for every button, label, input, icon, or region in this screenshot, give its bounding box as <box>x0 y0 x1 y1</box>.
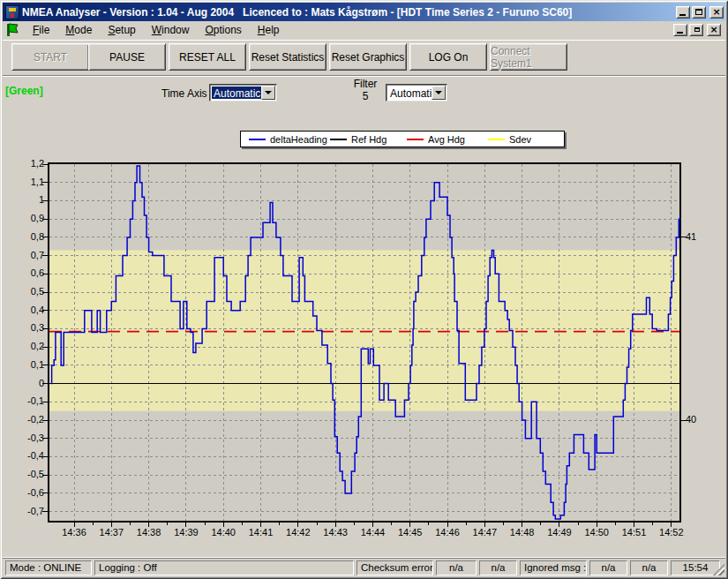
chart-legend: deltaHeadingRef HdgAvg HdgSdev <box>240 131 565 147</box>
menu-item-options[interactable]: Options <box>197 22 249 39</box>
y-tick-label: 1 <box>9 194 44 205</box>
mdi-close-button[interactable]: × <box>707 24 721 36</box>
application-window: { "window": { "title": "NMEA Analyser - … <box>0 0 728 579</box>
legend-label: Ref Hdg <box>351 134 387 145</box>
menu-item-help[interactable]: Help <box>250 22 288 39</box>
time-axis-select[interactable]: Automatic <box>209 84 277 102</box>
green-status-label: [Green] <box>5 85 43 97</box>
y-tick-label: 1,2 <box>9 158 44 169</box>
y-tick-label: 0,4 <box>9 305 44 315</box>
y-tick-label: 0,5 <box>9 286 44 297</box>
mdi-minimize-button[interactable] <box>673 24 687 36</box>
y-tick-label: 1,1 <box>9 177 44 187</box>
x-tick-label: 14:37 <box>90 527 132 538</box>
legend-line-swatch <box>407 139 424 140</box>
x-tick-label: 14:46 <box>426 527 469 538</box>
status-panel-5: Ignored msg : <box>520 560 587 575</box>
maximize-icon <box>695 9 702 15</box>
status-panel-8: 15:54 <box>671 560 720 575</box>
y-tick-label: -0,4 <box>9 450 44 461</box>
menu-item-setup[interactable]: Setup <box>100 22 143 39</box>
chevron-down-icon[interactable] <box>261 86 275 100</box>
menu-bar: FileModeSetupWindowOptionsHelp × <box>3 21 725 39</box>
x-tick-label: 14:39 <box>165 527 207 538</box>
legend-entry-deltaheading: deltaHeading <box>249 132 327 147</box>
minimize-icon <box>677 32 683 34</box>
time-axis-value: Automatic <box>212 86 261 99</box>
status-panel-0: Mode : ONLINE <box>5 560 92 575</box>
y-tick-label: 0,8 <box>9 231 44 242</box>
menu-items: FileModeSetupWindowOptionsHelp <box>25 22 288 39</box>
legend-entry-sdev: Sdev <box>488 132 531 147</box>
close-button[interactable]: × <box>709 6 724 19</box>
menu-item-file[interactable]: File <box>25 22 57 39</box>
reset-statistics-button[interactable]: Reset Statistics <box>249 43 326 71</box>
mdi-window-controls: × <box>672 24 723 36</box>
legend-entry-ref-hdg: Ref Hdg <box>330 132 387 147</box>
x-tick-label: 14:36 <box>53 527 95 538</box>
menu-item-mode[interactable]: Mode <box>57 22 100 39</box>
x-tick-label: 14:43 <box>314 527 356 538</box>
legend-line-swatch <box>488 139 505 140</box>
window-title: NMEA Analyser - Version : 1.04 - Aug 200… <box>22 6 674 19</box>
legend-label: Sdev <box>509 134 531 145</box>
legend-line-swatch <box>330 139 347 140</box>
right-tick-label: 40 <box>686 414 712 425</box>
minimize-button[interactable] <box>676 6 690 19</box>
down-triangle-icon <box>435 91 442 98</box>
start-button[interactable]: START <box>11 43 89 71</box>
legend-line-swatch <box>249 139 266 140</box>
mdi-restore-button[interactable] <box>689 24 703 36</box>
menu-item-window[interactable]: Window <box>144 22 198 39</box>
connect-system1-button[interactable]: Connect System1 <box>490 43 567 71</box>
x-tick-label: 14:50 <box>575 527 618 538</box>
status-panel-2: Checksum errors : <box>356 560 433 575</box>
down-triangle-icon <box>265 91 272 98</box>
reset-graphics-button[interactable]: Reset Graphics <box>329 43 407 71</box>
legend-label: Avg Hdg <box>428 134 465 145</box>
y-tick-label: -0,1 <box>9 395 44 406</box>
x-tick-label: 14:41 <box>240 527 282 538</box>
toolbar: STARTPAUSERESET ALLReset StatisticsReset… <box>3 40 725 76</box>
x-tick-label: 14:51 <box>613 527 656 538</box>
close-icon: × <box>709 26 717 34</box>
y-tick-label: -0,5 <box>9 469 44 479</box>
y-tick-label: -0,3 <box>9 432 44 443</box>
plot-area <box>48 162 681 523</box>
y-tick-label: 0,1 <box>9 359 44 370</box>
time-axis-label: Time Axis <box>161 87 207 100</box>
status-panel-3: n/a <box>436 560 477 575</box>
y-tick-label: -0,6 <box>9 487 44 498</box>
x-tick-label: 14:44 <box>351 527 394 538</box>
y-tick-label: 0,3 <box>9 322 44 333</box>
app-icon <box>5 5 19 19</box>
x-tick-label: 14:42 <box>277 527 319 538</box>
restore-icon <box>694 27 700 32</box>
status-panel-7: n/a <box>630 560 668 575</box>
log-on-button[interactable]: LOG On <box>409 43 487 71</box>
title-bar[interactable]: NMEA Analyser - Version : 1.04 - Aug 200… <box>3 3 725 21</box>
x-tick-label: 14:48 <box>501 527 544 538</box>
filter-combo-value: Automatic <box>388 86 432 99</box>
y-tick-label: 0,9 <box>9 213 44 223</box>
filter-select[interactable]: Automatic <box>386 84 447 102</box>
y-tick-label: 0,6 <box>9 267 44 278</box>
legend-label: deltaHeading <box>270 134 327 145</box>
pause-button[interactable]: PAUSE <box>88 43 166 71</box>
x-tick-label: 14:49 <box>538 527 581 538</box>
y-tick-label: -0,2 <box>9 414 44 425</box>
status-panel-4: n/a <box>479 560 517 575</box>
document-icon[interactable] <box>5 23 19 37</box>
y-tick-label: 0,7 <box>9 250 44 260</box>
chevron-down-icon[interactable] <box>432 86 446 100</box>
maximize-button[interactable] <box>692 6 706 19</box>
y-tick-label: 0 <box>9 378 44 388</box>
status-bar: Mode : ONLINELogging : OffChecksum error… <box>3 558 725 576</box>
legend-entry-avg-hdg: Avg Hdg <box>407 132 465 147</box>
close-icon: × <box>712 8 720 17</box>
x-tick-label: 14:52 <box>650 527 693 538</box>
filter-value: 5 <box>349 90 381 102</box>
x-tick-label: 14:40 <box>202 527 244 538</box>
y-tick-label: 0,2 <box>9 341 44 351</box>
reset-all-button[interactable]: RESET ALL <box>169 43 246 71</box>
